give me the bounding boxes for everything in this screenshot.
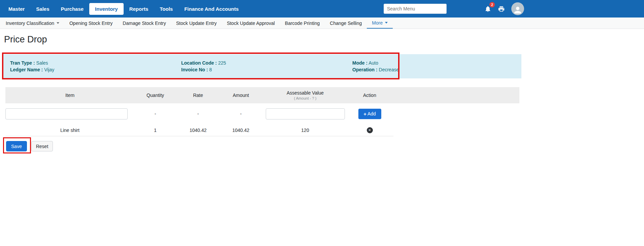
location-code-line: Location Code : 225: [181, 60, 352, 66]
subnav-stock-update-entry[interactable]: Stock Update Entry: [171, 17, 222, 29]
column-header-rate: Rate: [176, 93, 220, 98]
save-button[interactable]: Save: [6, 141, 27, 151]
column-header-amount: Amount: [220, 93, 262, 98]
row-item-value: Line shirt: [5, 128, 134, 133]
tran-type-label: Tran Type :: [10, 60, 35, 66]
subnav-inventory-classification-label: Inventory Classification: [6, 21, 54, 26]
reset-button[interactable]: Reset: [31, 141, 53, 151]
assessable-value-subtitle: ( Amount - ? ): [262, 96, 349, 100]
nav-finance-and-accounts[interactable]: Finance And Accounts: [179, 3, 244, 15]
printer-icon: [498, 5, 505, 12]
row-rate-value: 1040.42: [176, 128, 220, 133]
column-header-assessable-value: Assessable Value ( Amount - ? ): [262, 90, 349, 100]
main-menu: Master Sales Purchase Inventory Reports …: [3, 3, 245, 15]
tran-type-value: Sales: [36, 60, 48, 66]
assessable-value-input[interactable]: [266, 108, 345, 119]
table-header-row: Item Quantity Rate Amount Assessable Val…: [5, 87, 519, 103]
user-avatar[interactable]: [511, 2, 524, 15]
add-button[interactable]: + Add: [358, 109, 381, 119]
nav-master[interactable]: Master: [3, 3, 30, 15]
subnav-more[interactable]: More: [367, 17, 393, 29]
mode-line: Mode : Auto: [352, 60, 521, 66]
search-input[interactable]: [384, 4, 447, 14]
subnav-change-selling[interactable]: Change Selling: [325, 17, 367, 29]
subnav-stock-update-approval[interactable]: Stock Update Approval: [222, 17, 280, 29]
operation-value: Decrease: [379, 67, 399, 72]
inventory-sub-navigation: Inventory Classification Opening Stock E…: [0, 17, 644, 29]
location-code-label: Location Code :: [181, 60, 217, 66]
assessable-input-cell: [262, 108, 349, 119]
notifications-button[interactable]: 2: [484, 5, 492, 13]
column-header-action: Action: [349, 93, 391, 98]
transaction-info-panel: Tran Type : Sales Ledger Name : Vijay Lo…: [3, 54, 521, 78]
notification-badge: 2: [489, 2, 495, 7]
table-row: Line shirt 1 1040.42 1040.42 120 ✕: [5, 124, 393, 136]
add-button-cell: + Add: [349, 109, 391, 119]
ledger-name-line: Ledger Name : Vijay: [10, 66, 181, 73]
entry-amount-placeholder: -: [220, 111, 262, 116]
top-navigation-bar: Master Sales Purchase Inventory Reports …: [0, 0, 644, 17]
row-amount-value: 1040.42: [220, 128, 262, 133]
entry-quantity-placeholder: -: [134, 111, 176, 116]
invoice-no-line: Invoice No : 8: [181, 66, 352, 73]
invoice-no-label: Invoice No :: [181, 67, 208, 72]
location-code-value: 225: [218, 60, 226, 66]
form-actions: Save Reset: [6, 141, 644, 151]
new-item-entry-row: - - - + Add: [5, 103, 644, 124]
plus-icon: +: [363, 111, 366, 117]
subnav-barcode-printing[interactable]: Barcode Printing: [280, 17, 325, 29]
chevron-down-icon: [385, 22, 388, 24]
print-button[interactable]: [497, 5, 505, 13]
row-quantity-value: 1: [134, 128, 176, 133]
mode-value: Auto: [368, 60, 378, 66]
info-column-middle: Location Code : 225 Invoice No : 8: [181, 60, 352, 73]
info-column-right: Mode : Auto Operation : Decrease: [352, 60, 521, 73]
row-action-cell: ✕: [349, 127, 391, 133]
chevron-down-icon: [57, 22, 59, 24]
subnav-inventory-classification[interactable]: Inventory Classification: [1, 17, 64, 29]
subnav-more-label: More: [372, 20, 383, 26]
entry-rate-placeholder: -: [176, 111, 220, 116]
nav-sales[interactable]: Sales: [30, 3, 55, 15]
item-input[interactable]: [5, 108, 128, 119]
invoice-no-value: 8: [209, 67, 212, 72]
nav-tools[interactable]: Tools: [154, 3, 179, 15]
item-input-cell: [5, 108, 134, 119]
ledger-name-value: Vijay: [44, 67, 54, 72]
subnav-opening-stock-entry[interactable]: Opening Stock Entry: [64, 17, 118, 29]
assessable-value-title: Assessable Value: [262, 90, 349, 96]
nav-reports[interactable]: Reports: [124, 3, 154, 15]
mode-label: Mode :: [352, 60, 367, 66]
topnav-right-cluster: 2: [384, 2, 524, 15]
user-icon: [513, 5, 523, 15]
nav-purchase[interactable]: Purchase: [55, 3, 90, 15]
row-assessable-value: 120: [262, 128, 349, 133]
main-content: Price Drop Tran Type : Sales Ledger Name…: [0, 34, 644, 151]
nav-inventory[interactable]: Inventory: [89, 3, 124, 15]
add-button-label: Add: [367, 111, 376, 116]
tran-type-line: Tran Type : Sales: [10, 60, 181, 66]
page-title: Price Drop: [4, 34, 644, 45]
subnav-damage-stock-entry[interactable]: Damage Stock Entry: [118, 17, 171, 29]
ledger-name-label: Ledger Name :: [10, 67, 43, 72]
column-header-quantity: Quantity: [134, 93, 176, 98]
info-column-left: Tran Type : Sales Ledger Name : Vijay: [10, 60, 181, 73]
operation-label: Operation :: [352, 67, 378, 72]
price-drop-table: Item Quantity Rate Amount Assessable Val…: [5, 87, 644, 136]
delete-row-button[interactable]: ✕: [367, 127, 373, 133]
column-header-item: Item: [5, 93, 134, 98]
operation-line: Operation : Decrease: [352, 66, 521, 73]
